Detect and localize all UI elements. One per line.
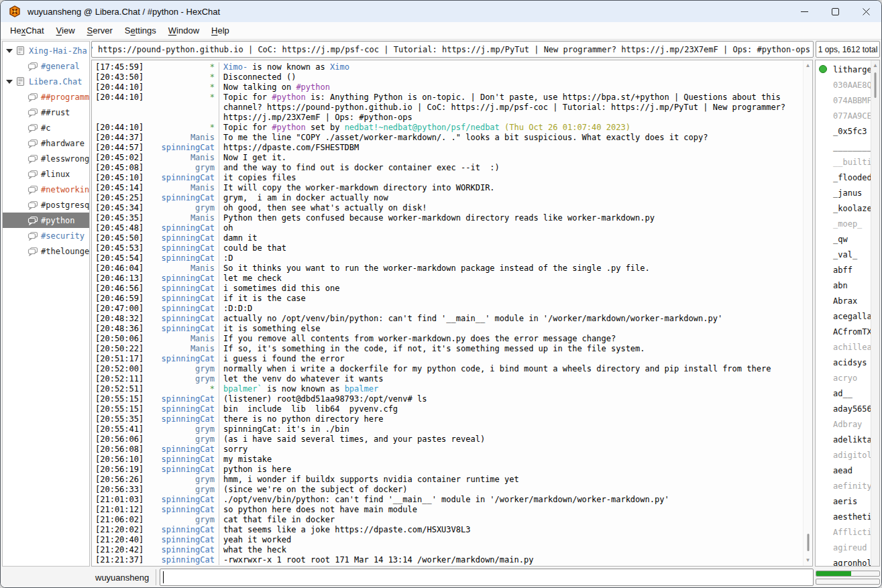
chat-line: [21:21:37]spinningCat-rwxrwxr-x 1 root r… [95,555,803,565]
user-list-item[interactable]: aefinity [816,478,871,493]
message-text: that seems like a joke https://dpaste.co… [219,525,803,535]
user-list-item[interactable]: litharge [816,62,871,77]
chat-line: [20:43:50]*Disconnected () [95,72,803,82]
tree-item--networkin[interactable]: #networkin [3,182,89,197]
menu-item-view[interactable]: View [50,23,81,38]
user-list-item[interactable]: acidsys [816,355,871,370]
chat-line: [20:44:10]*Topic for #python set by nedb… [95,123,803,133]
nick: Manis [148,213,219,223]
user-list-item[interactable]: __builti [816,154,871,170]
message-text: Disconnected () [219,72,803,82]
topic-bar[interactable]: nel? https://pound-python.github.io | Co… [91,41,814,58]
chat-line: [20:45:54]spinningCat:D [95,253,803,263]
timestamp: [20:45:10] [95,173,148,183]
chat-line: [20:52:51]*bpalmer` is now known as bpal… [95,384,803,394]
input-row: wuyuansheng [91,569,880,586]
user-list-item[interactable]: 077AA9CE [816,108,871,123]
timestamp: [20:46:04] [95,263,148,274]
user-list-item[interactable]: adelikta [816,432,871,447]
chat-line: [20:56:19]spinningCatpython is here [95,465,803,475]
scroll-down-icon[interactable]: ▼ [804,558,812,563]
timestamp: [20:46:59] [95,294,148,304]
tree-item--thelounge[interactable]: #thelounge [3,243,89,259]
user-list-item[interactable]: 074ABBMF [816,93,871,108]
tree-item--linux[interactable]: #linux [3,166,89,182]
user-list-item[interactable]: agireud [816,540,871,555]
user-list-item[interactable]: acryo [816,370,871,386]
tree-item--general[interactable]: #general [3,58,89,74]
user-list-item[interactable]: aestheti [816,509,871,524]
user-nick: acegalla [833,312,871,321]
expander-icon[interactable] [6,48,15,54]
user-list-item[interactable]: Adbray [816,416,871,432]
menu-item-hexchat[interactable]: HexChat [4,23,50,38]
tree-item--python[interactable]: #python [3,213,89,228]
user-list-item[interactable]: _koolaze [816,200,871,216]
user-list-item[interactable]: ad__ [816,386,871,401]
message-text: Python then gets confused because worker… [219,213,803,223]
menu-item-window[interactable]: Window [162,23,205,38]
message-text: If so, it's something in the code, if no… [219,344,803,354]
user-list-item[interactable]: aeris [816,493,871,509]
message-text: my mistake [219,455,803,465]
tree-item--security[interactable]: #security [3,228,89,243]
tree-item-xing-hai-zha[interactable]: Xing-Hai-Zha [3,43,89,58]
scroll-up-icon[interactable]: ▲ [804,63,812,68]
user-list-item[interactable]: Abrax [816,293,871,308]
userlist-scrollbar-thumb[interactable] [875,72,877,98]
maximize-button[interactable] [820,1,850,22]
timestamp: [20:44:37] [95,133,148,143]
user-list-item[interactable]: _flooded [816,170,871,185]
userlist-scroll-up-icon[interactable]: ▲ [871,63,879,68]
tree-item--lesswrong[interactable]: #lesswrong [3,151,89,166]
user-list-item[interactable]: achillea [816,339,871,355]
minimize-button[interactable] [789,1,820,22]
user-list-item[interactable]: _moep_ [816,216,871,231]
user-list: litharge030AAE8Q074ABBMF077AA9CE_0x5fc3_… [816,60,871,566]
tree-item--rust[interactable]: ##rust [3,105,89,120]
tree-item--hardware[interactable]: #hardware [3,135,89,151]
user-list-item[interactable]: adigitol [816,447,871,463]
user-list-item[interactable]: _janus [816,185,871,200]
nick: spinningCat [148,535,219,545]
message-text: (as i have said several times, and your … [219,434,803,445]
chat-line: [17:45:59]*Ximo- is now known as Ximo [95,62,803,72]
timestamp: [20:45:53] [95,243,148,253]
user-list-item[interactable]: ACfromTX [816,324,871,339]
nick: spinningCat [148,445,219,455]
chat-scrollbar-thumb[interactable] [807,534,809,551]
timestamp: [20:45:54] [95,253,148,263]
nick: spinningCat [148,233,219,243]
user-list-item[interactable]: aday5656 [816,401,871,416]
nick: Manis [148,344,219,354]
user-list-item[interactable]: _qw [816,231,871,247]
tree-item-libera-chat[interactable]: Libera.Chat [3,74,89,89]
tree-item--c[interactable]: #c [3,120,89,135]
user-list-item[interactable]: ________ [816,139,871,154]
menu-item-help[interactable]: Help [205,23,235,38]
message-input[interactable] [160,569,814,586]
user-list-item[interactable]: abn [816,278,871,293]
user-list-item[interactable]: _0x5fc3 [816,123,871,139]
expander-icon[interactable] [6,79,15,84]
user-list-item[interactable]: abff [816,262,871,278]
user-list-item[interactable]: _val_ [816,247,871,262]
userlist-scrollbar[interactable]: ▲ [871,60,879,566]
tree-item--postgresq[interactable]: #postgresq [3,197,89,213]
user-list-item[interactable]: acegalla [816,308,871,324]
close-button[interactable] [850,1,881,22]
user-list-item[interactable]: Afflicti [816,524,871,540]
nick: spinningCat [148,465,219,475]
user-list-item[interactable]: agronhol [816,555,871,566]
chat-log: [17:45:59]*Ximo- is now known as Ximo[20… [92,60,803,566]
user-list-item[interactable]: 030AAE8Q [816,77,871,93]
tree-item-label: #postgresq [41,200,89,210]
menu-item-server[interactable]: Server [81,23,119,38]
menu-item-settings[interactable]: Settings [119,23,162,38]
tree-item--programm[interactable]: ##programm [3,89,89,105]
chat-line: [20:45:53]spinningCatcould be that [95,243,803,253]
user-nick: litharge [833,65,871,74]
chat-scrollbar[interactable]: ▲ ▼ [803,60,812,566]
user-list-item[interactable]: aead [816,463,871,478]
server-icon [15,46,27,56]
